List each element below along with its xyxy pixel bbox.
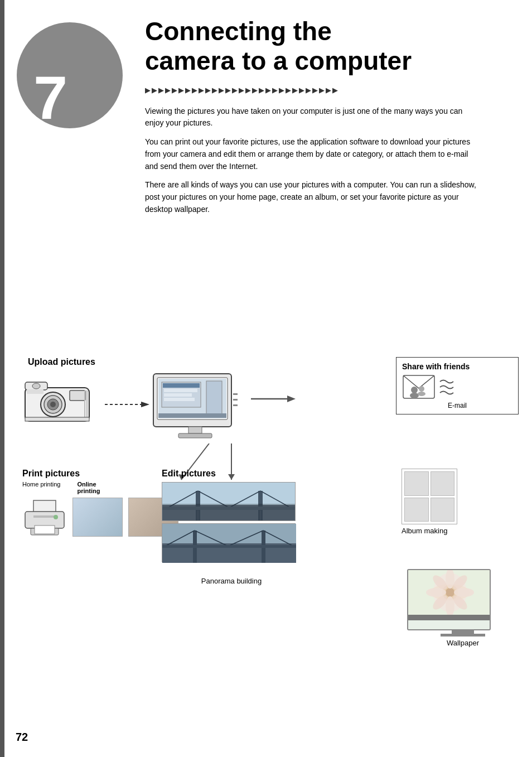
wallpaper-section: Wallpaper [407, 569, 519, 647]
email-waves-icon [439, 376, 456, 398]
email-container [402, 374, 512, 399]
svg-rect-47 [162, 505, 296, 521]
diagram-section: Upload pictures [11, 357, 519, 703]
svg-rect-18 [163, 383, 200, 388]
svg-marker-13 [141, 402, 149, 407]
edit-title: Edit pictures [162, 469, 307, 479]
svg-point-45 [54, 515, 58, 519]
album-label: Album making [402, 527, 519, 535]
edit-section: Edit pictures [162, 469, 307, 562]
svg-rect-57 [162, 524, 296, 543]
svg-rect-24 [188, 427, 202, 433]
chapter-number: 7 [33, 67, 67, 128]
panorama-label: Panorama building [162, 577, 301, 585]
album-cell-1 [404, 471, 429, 496]
svg-rect-27 [233, 399, 238, 401]
album-cell-2 [431, 471, 455, 496]
svg-marker-30 [287, 396, 296, 402]
monitor-area [151, 371, 240, 446]
svg-rect-5 [70, 390, 85, 401]
svg-rect-26 [233, 393, 238, 395]
printer-icon [22, 498, 67, 539]
svg-rect-65 [162, 545, 296, 548]
body-text: Viewing the pictures you have taken on y… [145, 105, 480, 216]
wallpaper-monitor-icon [407, 569, 491, 630]
svg-rect-42 [33, 515, 56, 518]
svg-point-70 [446, 588, 454, 597]
svg-rect-54 [162, 507, 296, 510]
svg-rect-46 [162, 483, 296, 505]
panorama-section: Panorama building [162, 575, 301, 585]
share-box-title: Share with friends [402, 362, 512, 371]
chapter-circle [17, 22, 123, 128]
photo-print-icon [72, 498, 123, 539]
main-content: Connecting the camera to a computer ▶▶▶▶… [145, 17, 515, 222]
svg-rect-22 [206, 381, 222, 414]
wallpaper-monitor-base [441, 634, 485, 637]
svg-rect-8 [27, 389, 43, 394]
wallpaper-label: Wallpaper [407, 639, 519, 647]
svg-rect-23 [158, 413, 226, 418]
online-printing-label: Onlineprinting [77, 481, 100, 494]
svg-point-33 [410, 393, 419, 398]
camera-area [22, 374, 95, 432]
upload-label: Upload pictures [28, 357, 95, 367]
svg-rect-25 [178, 433, 212, 438]
bridge-image-1 [162, 482, 296, 521]
solid-arrow-to-share [251, 393, 296, 407]
album-cell-3 [404, 498, 429, 522]
print-section: Print pictures Home printing Onlineprint… [22, 469, 145, 539]
camera-icon [22, 374, 95, 430]
email-label: E-mail [448, 402, 467, 409]
svg-rect-20 [164, 393, 192, 397]
svg-point-7 [32, 383, 40, 389]
monitor-stand-neck [408, 615, 490, 620]
home-printing-label: Home printing [22, 481, 60, 494]
svg-rect-44 [35, 525, 55, 534]
svg-point-32 [411, 387, 418, 393]
print-title: Print pictures [22, 469, 145, 479]
email-envelope-icon [402, 374, 436, 399]
svg-point-34 [419, 386, 424, 392]
left-accent-bar [0, 0, 4, 757]
svg-rect-49 [258, 491, 263, 521]
bridge-image-2 [162, 523, 296, 562]
share-with-friends-box: Share with friends E-mail [396, 357, 519, 414]
album-section: Album making [402, 469, 519, 535]
chapter-block: 7 [11, 17, 134, 139]
monitor-icon [151, 371, 240, 443]
page-title: Connecting the camera to a computer [145, 17, 515, 76]
print-sub-labels: Home printing Onlineprinting [22, 481, 145, 494]
svg-point-35 [418, 392, 425, 396]
svg-rect-48 [196, 491, 200, 521]
arrow-decoration: ▶▶▶▶▶▶▶▶▶▶▶▶▶▶▶▶▶▶▶▶▶▶▶▶▶▶▶▶▶ [145, 86, 515, 94]
svg-point-4 [50, 402, 56, 407]
album-cell-4 [431, 498, 455, 522]
svg-rect-11 [25, 417, 89, 421]
svg-rect-19 [164, 389, 197, 392]
wallpaper-flower [408, 570, 490, 615]
svg-rect-28 [233, 404, 238, 406]
page-number: 72 [11, 729, 32, 746]
dashed-arrow-camera-to-monitor [105, 399, 149, 410]
album-grid-icon [402, 469, 457, 524]
print-images [22, 498, 145, 539]
svg-rect-21 [164, 398, 195, 401]
